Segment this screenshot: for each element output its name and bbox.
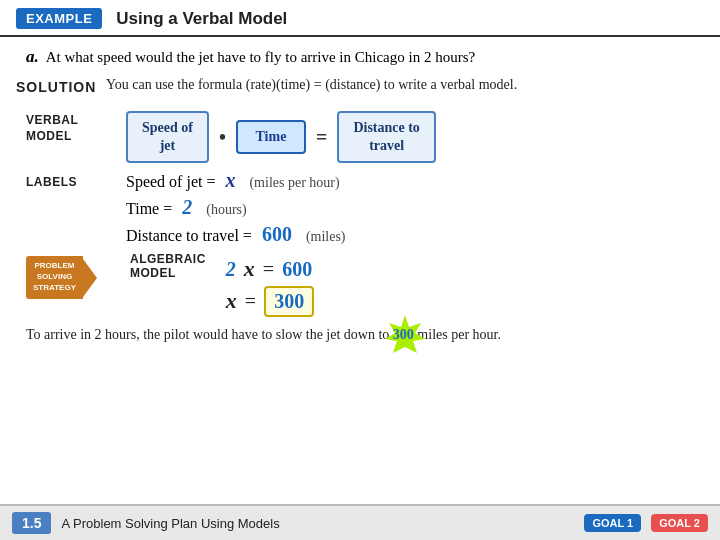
strategy-line1: PROBLEM — [34, 261, 74, 270]
algebraic-section: PROBLEM SOLVING STRATEGY ALGEBRAIC MODEL… — [26, 252, 704, 317]
algebraic-model-content: ALGEBRAIC MODEL — [130, 252, 206, 286]
example-badge: EXAMPLE — [16, 8, 102, 29]
labels-label: LABELS — [26, 169, 126, 246]
label-row-time: Time = 2 (hours) — [126, 196, 704, 219]
verbal-model-section: VERBAL MODEL Speed ofjet • Time = Distan… — [26, 107, 704, 163]
algebraic-model-label: ALGEBRAIC MODEL — [130, 252, 206, 280]
main-content: a. At what speed would the jet have to f… — [0, 37, 720, 343]
label-speed-unit: (miles per hour) — [249, 175, 339, 191]
strategy-arrow-wrap: PROBLEM SOLVING STRATEGY — [26, 256, 97, 298]
eq2-var: x — [226, 288, 237, 314]
conclusion-text-after: miles per hour. — [417, 327, 501, 342]
vm-box-time: Time — [236, 120, 306, 154]
conclusion: To arrive in 2 hours, the pilot would ha… — [16, 327, 704, 343]
strategy-line3: STRATEGY — [33, 283, 76, 292]
strategy-line2: SOLVING — [37, 272, 72, 281]
eq1-num: 2 — [226, 258, 236, 281]
label-time-num: 2 — [182, 196, 192, 219]
vm-equals: = — [316, 126, 327, 149]
eq2-eq: = — [245, 290, 256, 313]
labels-section: LABELS Speed of jet = x (miles per hour)… — [26, 169, 704, 246]
algebraic-label-line1: ALGEBRAIC — [130, 252, 206, 266]
strategy-badge: PROBLEM SOLVING STRATEGY — [26, 256, 83, 298]
solution-row: SOLUTION You can use the formula (rate)(… — [16, 77, 704, 95]
footer-bar: 1.5 A Problem Solving Plan Using Models … — [0, 504, 720, 540]
conclusion-highlight-wrap: 300 — [393, 327, 414, 343]
vm-dot: • — [219, 126, 226, 149]
labels-content: Speed of jet = x (miles per hour) Time =… — [126, 169, 704, 246]
labels-label-text: LABELS — [26, 175, 77, 189]
eq1-eq: = — [263, 258, 274, 281]
label-speed-var: x — [225, 169, 235, 192]
verbal-model-label: VERBAL MODEL — [26, 107, 126, 163]
label-row-distance: Distance to travel = 600 (miles) — [126, 223, 704, 246]
footer-badge: 1.5 — [12, 512, 51, 534]
label-speed-text: Speed of jet = — [126, 173, 219, 191]
eq1-val: 600 — [282, 258, 312, 281]
vm-box-distance: Distance totravel — [337, 111, 436, 163]
label-time-text: Time = — [126, 200, 176, 218]
header-title: Using a Verbal Model — [116, 9, 287, 29]
label-time-unit: (hours) — [206, 202, 246, 218]
verbal-model-boxes-container: Speed ofjet • Time = Distance totravel — [126, 107, 704, 163]
label-distance-unit: (miles) — [306, 229, 346, 245]
verbal-label-line2: MODEL — [26, 129, 72, 143]
label-distance-text: Distance to travel = — [126, 227, 256, 245]
equation2: x = 300 — [226, 286, 314, 317]
question: a. At what speed would the jet have to f… — [16, 47, 704, 67]
footer-text: A Problem Solving Plan Using Models — [61, 516, 574, 531]
verbal-model-boxes: Speed ofjet • Time = Distance totravel — [126, 111, 704, 163]
algebraic-label-line2: MODEL — [130, 266, 176, 280]
goal2-badge: GOAL 2 — [651, 514, 708, 532]
part-label: a. — [26, 47, 39, 66]
eq1-var: x — [244, 256, 255, 282]
label-distance-num: 600 — [262, 223, 292, 246]
strategy-badge-container: PROBLEM SOLVING STRATEGY — [26, 252, 126, 298]
question-text: At what speed would the jet have to fly … — [46, 49, 475, 65]
solution-label: SOLUTION — [16, 77, 106, 95]
equations-container: 2 x = 600 x = 300 — [226, 252, 314, 317]
verbal-label-line1: VERBAL — [26, 113, 78, 127]
conclusion-highlight-val: 300 — [393, 327, 414, 342]
vm-box-speed: Speed ofjet — [126, 111, 209, 163]
equation1: 2 x = 600 — [226, 256, 314, 282]
label-row-speed: Speed of jet = x (miles per hour) — [126, 169, 704, 192]
goal1-badge: GOAL 1 — [584, 514, 641, 532]
header: EXAMPLE Using a Verbal Model — [0, 0, 720, 37]
solution-text: You can use the formula (rate)(time) = (… — [106, 77, 517, 93]
strategy-arrow-head — [83, 259, 97, 297]
eq2-val: 300 — [264, 286, 314, 317]
conclusion-text-before: To arrive in 2 hours, the pilot would ha… — [26, 327, 389, 342]
